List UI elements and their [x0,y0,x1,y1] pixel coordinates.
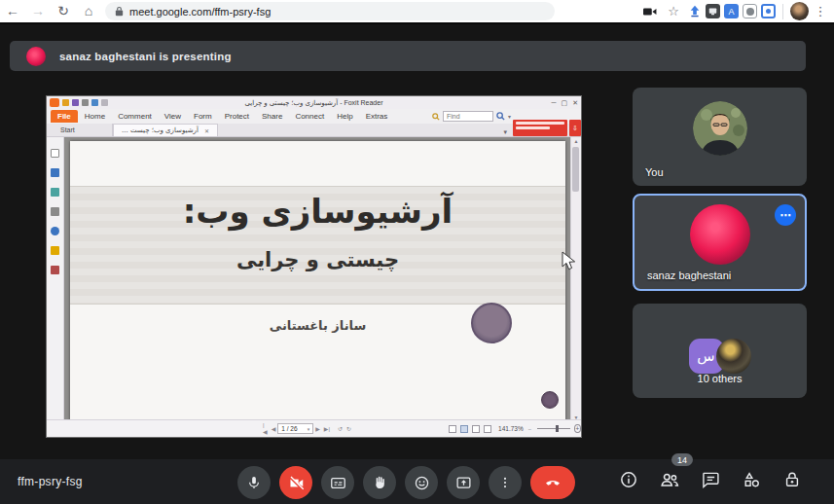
menu-file[interactable]: File [51,110,78,123]
find-options-icon[interactable]: ▾ [508,113,511,120]
lock-icon [115,6,124,17]
zoom-slider-knob[interactable] [556,425,559,432]
forward-icon[interactable]: → [25,0,51,22]
foxit-titlebar: آرشیوسازی وب؛ چیستی و چرایی - Foxit Read… [47,96,581,109]
participants-icon[interactable] [658,468,681,491]
menu-view[interactable]: View [159,110,187,123]
zoom-slider[interactable] [537,428,569,429]
tab-close-icon[interactable]: ✕ [204,127,209,134]
more-options-button[interactable] [489,466,522,499]
participant-tile-you[interactable]: You [633,88,807,186]
screen: ← → ↻ ⌂ meet.google.com/ffm-psry-fsg ☆ A [0,0,834,504]
zoom-in-icon[interactable]: + [574,424,581,433]
participant-label: You [645,166,664,178]
rotate-right-icon[interactable]: ↻ [346,425,351,432]
slide-title-line1: آرشیوسازی وب: [70,192,565,231]
first-page-icon[interactable]: |◀ [263,422,268,435]
participant-label: sanaz baghestani [647,270,731,281]
meeting-code: ffm-psry-fsg [18,475,83,488]
menu-form[interactable]: Form [188,110,218,123]
page-dropdown-icon[interactable]: ▾ [308,426,310,432]
zoom-out-icon[interactable]: − [528,426,532,432]
extension-download-icon[interactable] [687,4,702,18]
tab-document[interactable]: آرشیوسازی وب؛ چیست ... ✕ [113,124,218,136]
chat-icon[interactable] [699,468,722,491]
address-bar[interactable]: meet.google.com/ffm-psry-fsg [105,2,555,20]
rotate-left-icon[interactable]: ↺ [338,425,343,432]
qat-save-icon[interactable] [72,99,79,106]
tab-start[interactable]: Start [53,124,113,136]
attachments-panel-icon[interactable] [51,227,59,235]
promo-banner[interactable] [513,120,567,136]
menu-share[interactable]: Share [256,110,288,123]
next-page-icon[interactable]: ▶ [315,425,320,432]
browser-menu-icon[interactable]: ⋮ [813,4,828,18]
participant-tile-others[interactable]: س 10 others [633,304,807,398]
search-icon[interactable] [496,112,505,121]
end-call-button[interactable] [530,466,575,499]
last-page-icon[interactable]: ▶| [324,425,330,432]
continuous-view-icon[interactable] [460,425,468,433]
page-number-box[interactable]: 1 / 26 ▾ [277,423,313,434]
tab-document-label: آرشیوسازی وب؛ چیست ... [122,126,199,134]
pages-panel-icon[interactable] [51,168,59,177]
home-icon[interactable]: ⌂ [76,0,101,22]
participant-tile-sanaz[interactable]: ⋯ sanaz baghestani [633,194,807,291]
profile-avatar[interactable] [790,2,809,20]
continuous-facing-view-icon[interactable] [484,425,491,433]
host-controls-icon[interactable] [780,468,804,491]
pdf-vertical-scrollbar[interactable]: ▲ ▼ [570,137,580,421]
meeting-details-icon[interactable] [617,468,640,491]
page-indicator: 1 / 26 [281,425,297,432]
security-panel-icon[interactable] [51,246,59,255]
reload-icon[interactable]: ↻ [51,0,76,22]
tab-list-dropdown-icon[interactable]: ▾ [503,128,507,136]
participant-count-badge: 14 [671,453,693,466]
extension-circle-icon[interactable] [743,4,757,18]
minimize-icon[interactable]: ─ [552,99,557,107]
menu-home[interactable]: Home [79,110,111,123]
promo-close-icon[interactable]: ⇩ [569,120,581,136]
activities-icon[interactable] [740,468,763,491]
reactions-button[interactable] [405,466,438,499]
extension-screenshot-icon[interactable] [761,4,776,18]
qat-redo-icon[interactable] [101,99,108,106]
slide-stamp-logo [471,303,512,343]
media-cast-icon[interactable] [640,2,660,21]
url-text: meet.google.com/ffm-psry-fsg [129,6,271,18]
presenting-text: sanaz baghestani is presenting [59,51,232,62]
back-icon[interactable]: ← [0,0,25,22]
menu-help[interactable]: Help [331,110,358,123]
extension-translate-icon[interactable]: A [724,4,739,18]
menu-extras[interactable]: Extras [360,110,394,123]
find-tell-icon [432,113,440,121]
prev-page-icon[interactable]: ◀ [272,425,276,432]
qat-open-icon[interactable] [62,99,69,106]
menu-comment[interactable]: Comment [112,110,158,123]
present-button[interactable] [447,466,480,499]
scrollbar-thumb[interactable] [572,147,579,192]
facing-view-icon[interactable] [472,425,480,433]
restore-icon[interactable]: ▢ [562,99,568,107]
close-icon[interactable]: ✕ [572,99,578,107]
menu-protect[interactable]: Protect [219,110,255,123]
captions-button[interactable] [321,466,354,499]
bookmarks-panel-icon[interactable] [51,149,59,158]
call-controls [237,466,575,499]
raise-hand-button[interactable] [363,466,396,499]
mic-button[interactable] [237,466,271,499]
bookmark-star-icon[interactable]: ☆ [664,2,683,21]
find-input[interactable] [443,111,493,122]
tile-more-options-icon[interactable]: ⋯ [775,204,796,226]
scroll-up-icon[interactable]: ▲ [571,138,581,144]
qat-undo-icon[interactable] [91,99,98,106]
layers-panel-icon[interactable] [51,188,59,197]
signature-panel-icon[interactable] [51,266,59,274]
extension-grey-icon[interactable] [706,4,720,18]
qat-print-icon[interactable] [82,99,89,106]
menu-connect[interactable]: Connect [289,110,330,123]
camera-off-button[interactable] [279,466,312,499]
single-page-view-icon[interactable] [449,425,456,433]
comments-panel-icon[interactable] [51,207,59,216]
foxit-statusbar: |◀ ◀ 1 / 26 ▾ ▶ ▶| ↺ ↻ 141.73% − + [47,419,581,437]
